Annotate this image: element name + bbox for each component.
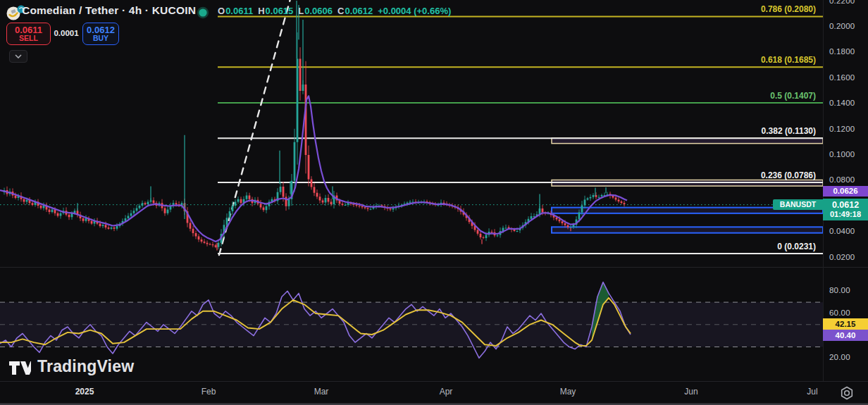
- fib-label-1: 0.618 (0.1685): [761, 55, 816, 65]
- time-tick-Apr: Apr: [440, 387, 453, 397]
- ohlc-open-value: 0.0611: [225, 6, 253, 16]
- fib-label-3: 0.382 (0.1130): [762, 126, 816, 136]
- rsi-pane: [0, 282, 823, 359]
- time-tick-Mar: Mar: [314, 387, 329, 397]
- price-tick-0.0200: 0.0200: [829, 253, 855, 261]
- tradingview-logo-icon: [8, 358, 31, 376]
- spread-value: 0.0001: [51, 29, 82, 37]
- tradingview-chart-window: Comedian / Tether · 4h · KUCOIN O0.0611H…: [0, 0, 868, 405]
- ohlc-high-value: 0.0615: [266, 6, 294, 16]
- time-tick-Feb: Feb: [202, 387, 216, 397]
- symbol-price-flag: BANUSDT: [773, 199, 823, 210]
- ohlc-change-value: +0.0004 (+0.66%): [378, 6, 451, 16]
- rsi-tick-60.00: 60.00: [829, 309, 850, 317]
- rsi-tick-20.00: 20.00: [829, 353, 850, 361]
- ohlc-readout: O0.0611H0.0615L0.0606C0.0612+0.0004 (+0.…: [218, 6, 451, 16]
- price-tick-0.1400: 0.1400: [829, 99, 855, 107]
- rsi-ma-value-tag: 42.15: [823, 318, 868, 330]
- sell-label: SELL: [19, 35, 38, 42]
- collapse-trade-panel-button[interactable]: [9, 50, 27, 63]
- price-tick-0.0400: 0.0400: [829, 227, 855, 235]
- price-tick-0.2200: 0.2200: [829, 0, 855, 5]
- time-tick-Jul: Jul: [807, 387, 817, 397]
- settings-icon[interactable]: [839, 385, 855, 401]
- chart-canvas[interactable]: [0, 0, 868, 405]
- tradingview-watermark: TradingView: [8, 357, 134, 376]
- ohlc-close-value: 0.0612: [345, 6, 373, 16]
- price-tag-upper: 0.0626: [823, 186, 868, 197]
- tradingview-watermark-text: TradingView: [37, 357, 134, 376]
- ohlc-low-label: L: [298, 6, 304, 16]
- ohlc-high-label: H: [258, 6, 264, 16]
- rsi-value-tag: 40.40: [823, 330, 868, 341]
- sell-price: 0.0611: [15, 25, 42, 35]
- price-tick-0.2000: 0.2000: [829, 22, 855, 30]
- current-price-tag: 0.0612 01:49:18: [823, 199, 868, 220]
- ma-line[interactable]: [0, 96, 627, 242]
- fib-label-5: 0 (0.0231): [777, 242, 816, 251]
- buy-label: BUY: [93, 35, 108, 42]
- ohlc-close-label: C: [337, 6, 344, 16]
- buy-price: 0.0612: [87, 25, 115, 35]
- time-tick-Jun: Jun: [684, 387, 698, 397]
- ohlc-low-value: 0.0606: [304, 6, 333, 16]
- zone-rectangles[interactable]: [552, 138, 823, 233]
- chevron-down-icon: [15, 54, 22, 58]
- price-tick-0.1000: 0.1000: [829, 150, 855, 158]
- price-tick-0.1600: 0.1600: [829, 73, 855, 82]
- fib-label-4: 0.236 (0.0786): [761, 170, 816, 180]
- rsi-tick-80.00: 80.00: [829, 286, 850, 294]
- price-tick-0.1200: 0.1200: [829, 125, 855, 133]
- price-tick-0.0800: 0.0800: [829, 175, 855, 184]
- symbol-title[interactable]: Comedian / Tether · 4h · KUCOIN: [22, 4, 196, 17]
- price-tick-0.1800: 0.1800: [829, 47, 855, 56]
- ohlc-open-label: O: [218, 6, 225, 16]
- fib-retracement-lines[interactable]: [218, 16, 823, 254]
- buy-button[interactable]: 0.0612 BUY: [82, 23, 119, 45]
- sell-button[interactable]: 0.0611 SELL: [6, 23, 51, 45]
- bar-countdown: 01:49:18: [823, 210, 868, 219]
- time-tick-May: May: [560, 387, 576, 397]
- time-tick-2025: 2025: [75, 387, 94, 397]
- market-status-dot-icon[interactable]: [197, 6, 209, 19]
- current-price-value: 0.0612: [823, 200, 868, 210]
- fib-label-2: 0.5 (0.1407): [770, 91, 816, 101]
- fib-label-0: 0.786 (0.2080): [761, 4, 816, 14]
